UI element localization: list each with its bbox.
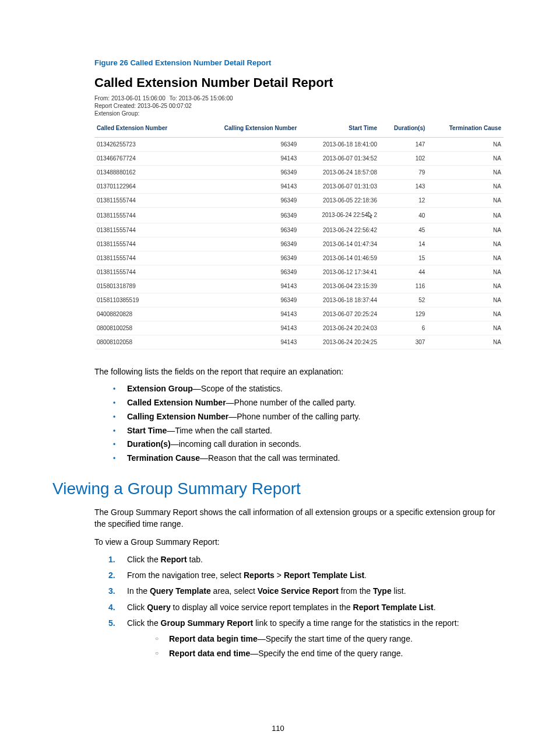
cell: 94143: [195, 279, 299, 293]
from-label: From:: [94, 95, 110, 102]
step-text: to display all voice service report temp…: [171, 603, 353, 612]
extension-group: Extension Group:: [94, 110, 504, 117]
step-text: In the: [127, 586, 150, 596]
section-p2: To view a Group Summary Report:: [94, 536, 504, 548]
cell: 147: [379, 138, 427, 152]
th-cause: Termination Cause: [427, 121, 504, 138]
table-row: 013488880162963492013-06-24 18:57:0879NA: [94, 166, 504, 180]
cell: 2013-06-24 22:56:42: [299, 223, 379, 237]
cell: 2013-06-14 01:47:34: [299, 237, 379, 251]
cell: 2013-06-04 23:15:39: [299, 279, 379, 293]
term: Called Extension Number: [127, 398, 226, 407]
explain-list: Extension Group—Scope of the statistics.…: [94, 382, 504, 466]
cell: 96349: [195, 237, 299, 251]
desc: —Time when the call started.: [167, 426, 272, 435]
cell: 2013-06-24 18:57:08: [299, 166, 379, 180]
table-row: 013811555744963492013-06-12 17:34:4144NA: [94, 265, 504, 279]
cell: 116: [379, 279, 427, 293]
step-text: Click the: [127, 555, 161, 564]
cell: 44: [379, 265, 427, 279]
cell: 96349: [195, 293, 299, 307]
cell: 14: [379, 237, 427, 251]
cell: 94143: [195, 180, 299, 194]
sub-item: Report data end time—Specify the end tim…: [127, 646, 504, 661]
th-start: Start Time: [299, 121, 379, 138]
report-table: Called Extension Number Calling Extensio…: [94, 121, 504, 349]
report-created: Report Created: 2013-06-25 00:07:02: [94, 103, 504, 109]
sub-item: Report data begin time—Specify the start…: [127, 632, 504, 646]
step-text: .: [434, 603, 436, 612]
cell: 0158110385519: [94, 293, 195, 307]
desc: —Scope of the statistics.: [193, 384, 283, 393]
cell: 94143: [195, 152, 299, 166]
cell: NA: [427, 321, 504, 335]
cell: NA: [427, 335, 504, 349]
cell: NA: [427, 251, 504, 265]
section-body: The Group Summary Report shows the call …: [94, 506, 504, 661]
cell: 2013-06-07 20:25:24: [299, 307, 379, 321]
cell: 08008100258: [94, 321, 195, 335]
step-bold: Report Template List: [284, 570, 364, 580]
cell: 013488880162: [94, 166, 195, 180]
desc: —Reason that the call was terminated.: [200, 453, 340, 463]
table-row: 013701122964941432013-06-07 01:31:03143N…: [94, 180, 504, 194]
cell: NA: [427, 166, 504, 180]
cell: 94143: [195, 321, 299, 335]
sub-list: Report data begin time—Specify the start…: [127, 632, 504, 661]
cell: 96349: [195, 265, 299, 279]
step-text: area, select: [211, 586, 258, 596]
step-text: link to specify a time range for the sta…: [253, 618, 459, 628]
sub-bold: Report data begin time: [169, 634, 258, 643]
step-num: 1.: [108, 552, 115, 567]
created-label: Report Created:: [94, 103, 136, 109]
term: Termination Cause: [127, 453, 200, 463]
sub-text: —Specify the end time of the query range…: [250, 649, 403, 658]
cell: NA: [427, 293, 504, 307]
table-body: 013426255723963492013-06-18 18:41:00147N…: [94, 138, 504, 349]
step-text: From the navigation tree, select: [127, 570, 244, 580]
step-5: 5. Click the Group Summary Report link t…: [94, 616, 504, 662]
cell: 102: [379, 152, 427, 166]
cell: 015801318789: [94, 279, 195, 293]
step-num: 3.: [108, 584, 115, 598]
step-text: from the: [339, 586, 373, 596]
term: Duration(s): [127, 439, 171, 449]
step-num: 4.: [108, 600, 115, 615]
step-1: 1. Click the Report tab.: [94, 552, 504, 567]
explain-item: Termination Cause—Reason that the call w…: [94, 452, 504, 466]
table-row: 0158110385519963492013-06-18 18:37:4452N…: [94, 293, 504, 307]
report-range: From: 2013-06-01 15:06:00 To: 2013-06-25…: [94, 95, 504, 102]
cell: 96349: [195, 166, 299, 180]
explain-item: Start Time—Time when the call started.: [94, 424, 504, 438]
step-3: 3. In the Query Template area, select Vo…: [94, 584, 504, 598]
cell: 307: [379, 335, 427, 349]
step-text: Click: [127, 603, 147, 612]
report-title: Called Extension Number Detail Report: [94, 75, 504, 90]
table-row: 015801318789941432013-06-04 23:15:39116N…: [94, 279, 504, 293]
cell: 013811555744: [94, 223, 195, 237]
cell: 013811555744: [94, 194, 195, 208]
table-row: 013811555744963492013-06-24 22:56:4245NA: [94, 223, 504, 237]
table-row: 013466767724941432013-06-07 01:34:52102N…: [94, 152, 504, 166]
step-bold: Query Template: [150, 586, 211, 596]
cell: 013811555744: [94, 237, 195, 251]
cell: 143: [379, 180, 427, 194]
to-label: To:: [170, 95, 177, 102]
cell: 2013-06-24 20:24:25: [299, 335, 379, 349]
step-2: 2. From the navigation tree, select Repo…: [94, 568, 504, 583]
cell: 94143: [195, 307, 299, 321]
step-text: list.: [392, 586, 406, 596]
cell: 2013-06-05 22:18:36: [299, 194, 379, 208]
steps-list: 1. Click the Report tab. 2. From the nav…: [94, 552, 504, 661]
term: Start Time: [127, 426, 167, 435]
cell: 96349: [195, 223, 299, 237]
cell: 013426255723: [94, 138, 195, 152]
cell: 013811555744: [94, 265, 195, 279]
explain-intro: The following lists the fields on the re…: [94, 366, 504, 377]
step-num: 5.: [108, 616, 115, 631]
table-row: 013811555744963492013-06-14 01:46:5915NA: [94, 251, 504, 265]
table-row: 013811555744963492013-06-05 22:18:3612NA: [94, 194, 504, 208]
step-text: tab.: [187, 555, 203, 564]
step-num: 2.: [108, 568, 115, 583]
cell: NA: [427, 194, 504, 208]
